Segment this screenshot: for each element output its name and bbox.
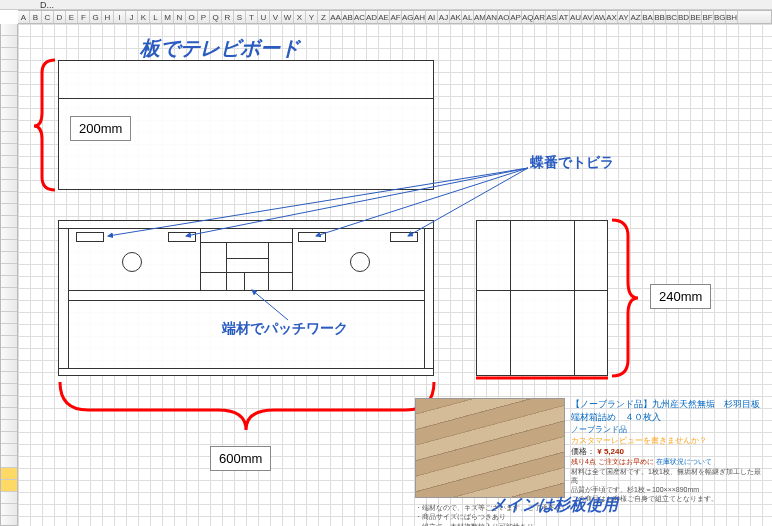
col-header[interactable]: A (18, 11, 30, 23)
row-header[interactable] (1, 204, 17, 216)
row-header[interactable] (1, 48, 17, 60)
row-header[interactable] (1, 408, 17, 420)
row-header[interactable] (1, 396, 17, 408)
col-header[interactable]: AS (546, 11, 558, 23)
col-header[interactable]: AY (618, 11, 630, 23)
row-header[interactable] (1, 336, 17, 348)
row-header[interactable] (1, 72, 17, 84)
col-header[interactable]: D (54, 11, 66, 23)
row-header[interactable] (1, 456, 17, 468)
col-header[interactable]: C (42, 11, 54, 23)
col-header[interactable]: AT (558, 11, 570, 23)
row-header[interactable] (1, 276, 17, 288)
row-header[interactable] (1, 468, 17, 480)
col-header[interactable]: W (282, 11, 294, 23)
col-header[interactable]: AL (462, 11, 474, 23)
col-header[interactable]: AB (342, 11, 354, 23)
col-header[interactable]: BH (726, 11, 738, 23)
col-header[interactable]: M (162, 11, 174, 23)
col-header[interactable]: BD (678, 11, 690, 23)
col-header[interactable]: AP (510, 11, 522, 23)
col-header[interactable]: S (234, 11, 246, 23)
col-header[interactable]: AO (498, 11, 510, 23)
col-header[interactable]: I (114, 11, 126, 23)
row-header[interactable] (1, 36, 17, 48)
row-header[interactable] (1, 384, 17, 396)
row-header[interactable] (1, 180, 17, 192)
col-header[interactable]: N (174, 11, 186, 23)
col-header[interactable]: BE (690, 11, 702, 23)
row-header[interactable] (1, 432, 17, 444)
col-header[interactable]: E (66, 11, 78, 23)
col-header[interactable]: AV (582, 11, 594, 23)
row-header[interactable] (1, 144, 17, 156)
col-header[interactable]: AD (366, 11, 378, 23)
col-header[interactable]: BC (666, 11, 678, 23)
col-header[interactable]: AM (474, 11, 486, 23)
col-header[interactable]: AA (330, 11, 342, 23)
col-header[interactable]: R (222, 11, 234, 23)
col-header[interactable]: V (270, 11, 282, 23)
row-header[interactable] (1, 348, 17, 360)
col-header[interactable]: BF (702, 11, 714, 23)
col-header[interactable]: P (198, 11, 210, 23)
row-header[interactable] (1, 360, 17, 372)
row-header[interactable] (1, 24, 17, 36)
row-header[interactable] (1, 108, 17, 120)
row-header[interactable] (1, 444, 17, 456)
row-header[interactable] (1, 216, 17, 228)
row-header[interactable] (1, 240, 17, 252)
col-header[interactable]: AG (402, 11, 414, 23)
row-header[interactable] (1, 480, 17, 492)
col-header[interactable]: AU (570, 11, 582, 23)
row-header[interactable] (1, 504, 17, 516)
column-headers[interactable]: ABCDEFGHIJKLMNOPQRSTUVWXYZAAABACADAEAFAG… (18, 10, 772, 24)
row-header[interactable] (1, 324, 17, 336)
col-header[interactable]: AK (450, 11, 462, 23)
col-header[interactable]: B (30, 11, 42, 23)
col-header[interactable]: AZ (630, 11, 642, 23)
col-header[interactable]: O (186, 11, 198, 23)
row-header[interactable] (1, 192, 17, 204)
col-header[interactable]: AJ (438, 11, 450, 23)
col-header[interactable]: AI (426, 11, 438, 23)
row-header[interactable] (1, 372, 17, 384)
col-header[interactable]: AW (594, 11, 606, 23)
col-header[interactable]: T (246, 11, 258, 23)
col-header[interactable]: F (78, 11, 90, 23)
row-header[interactable] (1, 60, 17, 72)
row-header[interactable] (1, 132, 17, 144)
col-header[interactable]: BB (654, 11, 666, 23)
col-header[interactable]: AH (414, 11, 426, 23)
col-header[interactable]: K (138, 11, 150, 23)
row-header[interactable] (1, 516, 17, 526)
row-header[interactable] (1, 264, 17, 276)
col-header[interactable]: AN (486, 11, 498, 23)
row-header[interactable] (1, 120, 17, 132)
col-header[interactable]: Z (318, 11, 330, 23)
col-header[interactable]: AF (390, 11, 402, 23)
col-header[interactable]: AX (606, 11, 618, 23)
col-header[interactable]: H (102, 11, 114, 23)
col-header[interactable]: U (258, 11, 270, 23)
col-header[interactable]: AE (378, 11, 390, 23)
col-header[interactable]: G (90, 11, 102, 23)
row-header[interactable] (1, 84, 17, 96)
col-header[interactable]: AR (534, 11, 546, 23)
col-header[interactable]: X (294, 11, 306, 23)
row-header[interactable] (1, 300, 17, 312)
row-header[interactable] (1, 288, 17, 300)
row-header[interactable] (1, 228, 17, 240)
col-header[interactable]: BA (642, 11, 654, 23)
col-header[interactable]: J (126, 11, 138, 23)
row-header[interactable] (1, 252, 17, 264)
col-header[interactable]: Y (306, 11, 318, 23)
row-header[interactable] (1, 156, 17, 168)
row-header[interactable] (1, 96, 17, 108)
col-header[interactable]: L (150, 11, 162, 23)
col-header[interactable]: AQ (522, 11, 534, 23)
col-header[interactable]: BG (714, 11, 726, 23)
row-headers[interactable] (0, 24, 18, 526)
row-header[interactable] (1, 168, 17, 180)
col-header[interactable]: AC (354, 11, 366, 23)
